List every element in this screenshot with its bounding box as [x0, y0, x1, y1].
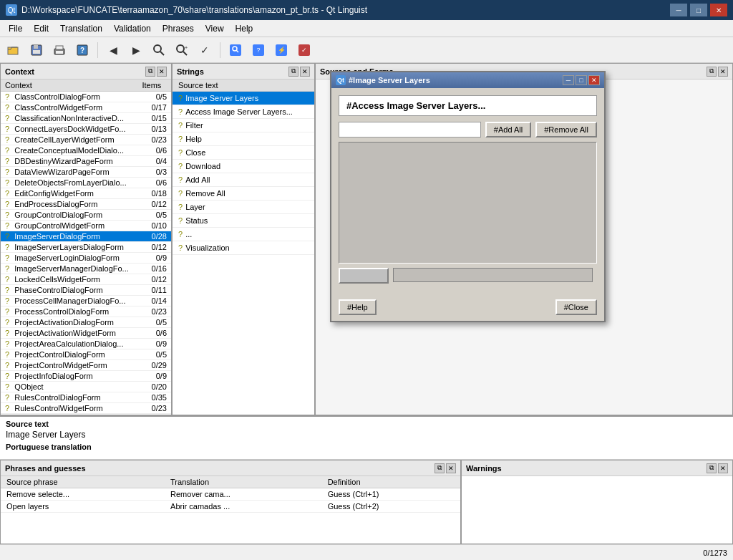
- menu-phrases[interactable]: Phrases: [157, 22, 200, 35]
- qt-minimize-button[interactable]: ─: [563, 75, 574, 85]
- find-again-button[interactable]: +: [171, 40, 193, 60]
- list-item[interactable]: ? Filter: [173, 119, 314, 132]
- list-item[interactable]: ? Status: [173, 214, 314, 228]
- print-button[interactable]: [49, 40, 70, 60]
- table-row[interactable]: ? DBDestinyWizardPageForm 0/4: [1, 156, 171, 167]
- table-row[interactable]: ? CreateConceptualModelDialo... 0/6: [1, 145, 171, 156]
- search4-button[interactable]: ✓: [293, 40, 315, 60]
- qt-dialog-close-button[interactable]: #Close: [555, 299, 597, 315]
- table-row[interactable]: ? ProjectInfoDialogForm 0/9: [1, 371, 171, 382]
- table-row[interactable]: ? RulesControlWidgetForm 0/23: [1, 403, 171, 414]
- table-row[interactable]: ? SelectNewTaskDialogForm 0/16: [1, 414, 171, 415]
- menu-validation[interactable]: Validation: [108, 22, 157, 35]
- qt-add-all-button[interactable]: #Add All: [485, 122, 531, 137]
- row-icon: ?: [5, 307, 9, 316]
- strings-panel-float[interactable]: ⧉: [288, 67, 298, 77]
- table-row[interactable]: Open layers Abrir camadas ... Guess (Ctr…: [1, 501, 460, 513]
- phrases-panel-float[interactable]: ⧉: [435, 463, 445, 473]
- list-item[interactable]: ? Help: [173, 132, 314, 146]
- qt-remove-all-button[interactable]: #Remove All: [535, 122, 597, 137]
- items-count: 0/6: [137, 328, 171, 339]
- list-item[interactable]: ? Image Server Layers: [173, 92, 314, 105]
- search2-button[interactable]: ?: [248, 40, 269, 60]
- sources-panel-float[interactable]: ⧉: [707, 67, 717, 77]
- phrases-content[interactable]: Source phrase Translation Definition Rem…: [1, 476, 460, 544]
- qt-dialog-content: #Access Image Server Layers... #Add All …: [331, 88, 604, 296]
- qt-listbox[interactable]: [339, 142, 597, 264]
- qt-maximize-button[interactable]: □: [576, 75, 587, 85]
- menu-help[interactable]: Help: [230, 22, 259, 35]
- strings-list[interactable]: ? Image Server Layers ? Access Image Ser…: [173, 92, 314, 415]
- minimize-button[interactable]: ─: [670, 4, 687, 16]
- table-row[interactable]: ? ProcessControlDialogForm 0/23: [1, 306, 171, 317]
- qt-filter-input[interactable]: [339, 122, 481, 137]
- table-row[interactable]: ? RulesControlDialogForm 0/35: [1, 392, 171, 403]
- warnings-panel-close[interactable]: ✕: [718, 463, 728, 473]
- save-button[interactable]: [26, 40, 47, 60]
- table-row[interactable]: ? ClassControlWidgetForm 0/17: [1, 102, 171, 113]
- list-item[interactable]: ? Add All: [173, 173, 314, 187]
- find-button[interactable]: [148, 40, 170, 60]
- list-item[interactable]: ? Access Image Server Layers...: [173, 105, 314, 119]
- table-row[interactable]: ? ImageServerDialogForm 0/28: [1, 231, 171, 242]
- table-row[interactable]: Remove selecte... Remover cama... Guess …: [1, 488, 460, 501]
- close-button[interactable]: ✕: [710, 4, 727, 16]
- table-row[interactable]: ? DataViewWizardPageForm 0/3: [1, 167, 171, 178]
- items-count: 0/3: [137, 167, 171, 178]
- table-row[interactable]: ? ClassificationNonInteractiveD... 0/15: [1, 113, 171, 124]
- qt-help-button[interactable]: #Help: [339, 299, 377, 315]
- table-row[interactable]: ? ProjectControlWidgetForm 0/29: [1, 360, 171, 371]
- qt-connect-button[interactable]: [339, 268, 389, 284]
- context-panel-close[interactable]: ✕: [157, 67, 167, 77]
- next-button[interactable]: ▶: [125, 40, 147, 60]
- table-row[interactable]: ? ProjectControlDialogForm 0/5: [1, 349, 171, 360]
- row-icon: ?: [5, 254, 9, 262]
- qt-close-button[interactable]: ✕: [588, 75, 600, 85]
- menu-translation[interactable]: Translation: [54, 22, 108, 35]
- table-row[interactable]: ? CreateCellLayerWidgetForm 0/23: [1, 135, 171, 145]
- warnings-panel-float[interactable]: ⧉: [707, 463, 717, 473]
- maximize-button[interactable]: □: [690, 4, 707, 16]
- phrases-panel-close[interactable]: ✕: [446, 463, 456, 473]
- table-row[interactable]: ? QObject 0/20: [1, 382, 171, 392]
- open-button[interactable]: [3, 40, 24, 60]
- svg-rect-2: [34, 45, 38, 49]
- menu-file[interactable]: File: [3, 22, 28, 35]
- table-row[interactable]: ? PhaseControlDialogForm 0/11: [1, 285, 171, 296]
- table-row[interactable]: ? ClassControlDialogForm 0/5: [1, 92, 171, 102]
- strings-panel-close[interactable]: ✕: [300, 67, 310, 77]
- prev-button[interactable]: ◀: [102, 40, 124, 60]
- table-row[interactable]: ? ImageServerLayersDialogForm 0/12: [1, 242, 171, 253]
- menu-edit[interactable]: Edit: [28, 22, 54, 35]
- table-row[interactable]: ? ImageServerLoginDialogForm 0/9: [1, 253, 171, 264]
- list-item[interactable]: ? Visualization: [173, 241, 314, 255]
- row-icon: ?: [5, 264, 9, 273]
- list-item[interactable]: ? Remove All: [173, 187, 314, 201]
- table-row[interactable]: ? EndProcessDialogForm 0/12: [1, 199, 171, 210]
- menu-view[interactable]: View: [200, 22, 230, 35]
- context-panel-float[interactable]: ⧉: [145, 67, 155, 77]
- table-row[interactable]: ? DeleteObjectsFromLayerDialo... 0/6: [1, 178, 171, 188]
- search3-button[interactable]: ⚡: [271, 40, 292, 60]
- context-panel-content[interactable]: Context Items ? ClassControlDialogForm 0…: [1, 79, 171, 415]
- list-item[interactable]: ? Layer: [173, 201, 314, 214]
- list-item[interactable]: ? Close: [173, 146, 314, 160]
- list-item[interactable]: ? Download: [173, 160, 314, 173]
- help-book-button[interactable]: ?: [72, 40, 93, 60]
- table-row[interactable]: ? LockedCellsWidgetForm 0/12: [1, 274, 171, 285]
- list-item[interactable]: ? ...: [173, 228, 314, 241]
- table-row[interactable]: ? ConnectLayersDockWidgetFo... 0/13: [1, 124, 171, 135]
- table-row[interactable]: ? ProjectActivationDialogForm 0/5: [1, 317, 171, 328]
- search1-button[interactable]: [225, 40, 246, 60]
- sources-panel-close[interactable]: ✕: [718, 67, 728, 77]
- table-row[interactable]: ? ImageServerManagerDialogFo... 0/16: [1, 264, 171, 274]
- string-text: Add All: [185, 175, 210, 184]
- table-row[interactable]: ? ProcessCellManagerDialogFo... 0/14: [1, 296, 171, 306]
- table-row[interactable]: ? ProjectActivationWidgetForm 0/6: [1, 328, 171, 339]
- table-row[interactable]: ? GroupControlDialogForm 0/5: [1, 210, 171, 221]
- table-row[interactable]: ? EditConfigWidgetForm 0/18: [1, 188, 171, 199]
- items-count: 0/23: [137, 403, 171, 414]
- accept-button[interactable]: ✓: [194, 40, 215, 60]
- table-row[interactable]: ? ProjectAreaCalculationDialog... 0/9: [1, 339, 171, 349]
- table-row[interactable]: ? GroupControlWidgetForm 0/10: [1, 221, 171, 231]
